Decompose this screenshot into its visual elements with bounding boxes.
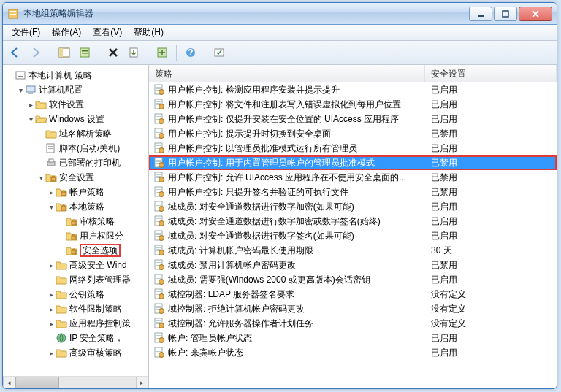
policy-row[interactable]: 用户帐户控制: 只提升签名并验证的可执行文件已禁用 <box>149 185 557 199</box>
svg-rect-38 <box>156 101 161 102</box>
expander-icon[interactable]: ▸ <box>47 349 56 357</box>
expander-icon[interactable]: ▸ <box>47 261 56 269</box>
export-button[interactable] <box>124 43 143 62</box>
scroll-right-arrow[interactable]: ▸ <box>136 377 148 388</box>
delete-button[interactable] <box>104 43 123 62</box>
expander-icon[interactable]: ▸ <box>26 101 35 109</box>
menu-action[interactable]: 操作(A) <box>46 25 87 40</box>
tree-icon <box>56 186 67 198</box>
menu-view[interactable]: 查看(V) <box>87 25 128 40</box>
svg-rect-103 <box>156 291 161 292</box>
maximize-button[interactable] <box>494 7 517 21</box>
forward-button[interactable] <box>26 43 45 62</box>
policy-row[interactable]: 用户帐户控制: 用于内置管理员帐户的管理员批准模式已禁用 <box>149 155 557 170</box>
back-button[interactable] <box>6 43 25 62</box>
svg-rect-33 <box>156 87 161 88</box>
close-button[interactable] <box>519 7 552 21</box>
svg-rect-49 <box>156 132 161 133</box>
list-header[interactable]: 策略 安全设置 <box>149 65 557 82</box>
tree-item[interactable]: ▾安全设置 <box>3 170 148 185</box>
policy-row[interactable]: 用户帐户控制: 以管理员批准模式运行所有管理员已启用 <box>149 141 557 155</box>
titlebar[interactable]: 本地组策略编辑器 <box>3 3 557 25</box>
svg-rect-83 <box>156 233 161 234</box>
policy-row[interactable]: 域成员: 计算机帐户密码最长使用期限30 天 <box>149 243 557 258</box>
policy-row[interactable]: 域成员: 对安全通道数据进行数字加密(如果可能)已启用 <box>149 199 557 214</box>
tree-item[interactable]: ▸高级安全 Wind <box>3 258 148 272</box>
svg-point-56 <box>159 148 164 153</box>
policy-row[interactable]: 用户帐户控制: 仅提升安装在安全位置的 UIAccess 应用程序已启用 <box>149 112 557 126</box>
tree-view[interactable]: 本地计算机 策略▾计算机配置▸软件设置▾Windows 设置域名解析策略脚本(启… <box>3 65 148 376</box>
column-setting[interactable]: 安全设置 <box>425 65 557 82</box>
tree-icon <box>56 274 67 285</box>
tree-item[interactable]: IP 安全策略， <box>3 331 148 345</box>
policy-row[interactable]: 域成员: 禁用计算机帐户密码更改已禁用 <box>149 258 557 272</box>
policy-row[interactable]: 用户帐户控制: 检测应用程序安装并提示提升已启用 <box>149 82 557 97</box>
expander-icon[interactable]: ▾ <box>37 174 45 182</box>
policy-row[interactable]: 用户帐户控制: 将文件和注册表写入错误虚拟化到每用户位置已启用 <box>149 97 557 112</box>
scroll-thumb[interactable] <box>15 377 59 388</box>
show-hide-tree-button[interactable] <box>55 43 74 62</box>
expander-icon[interactable]: ▸ <box>47 291 56 299</box>
policy-list[interactable]: 用户帐户控制: 检测应用程序安装并提示提升已启用用户帐户控制: 将文件和注册表写… <box>149 82 557 388</box>
properties-button[interactable] <box>75 43 94 62</box>
expander-icon[interactable]: ▸ <box>47 320 56 328</box>
policy-row[interactable]: 帐户: 管理员帐户状态已启用 <box>149 331 557 345</box>
policy-row[interactable]: 用户帐户控制: 允许 UIAccess 应用程序在不使用安全桌面的...已禁用 <box>149 170 557 185</box>
action-button[interactable] <box>210 43 229 62</box>
svg-rect-114 <box>156 322 161 323</box>
tree-item[interactable]: ▾本地策略 <box>3 199 148 214</box>
column-policy[interactable]: 策略 <box>149 65 425 82</box>
separator <box>148 45 148 61</box>
tree-item[interactable]: 用户权限分 <box>3 228 148 243</box>
minimize-button[interactable] <box>469 7 492 21</box>
policy-row[interactable]: 帐户: 来宾帐户状态已启用 <box>149 345 557 360</box>
tree-item[interactable]: 脚本(启动/关机) <box>3 141 148 155</box>
svg-point-111 <box>159 309 164 314</box>
policy-row[interactable]: 域控制器: 拒绝计算机帐户密码更改没有定义 <box>149 301 557 316</box>
separator <box>176 45 177 61</box>
svg-rect-123 <box>156 350 161 350</box>
policy-row[interactable]: 域成员: 对安全通道数据进行数字签名(如果可能)已启用 <box>149 228 557 243</box>
tree-item[interactable]: 安全选项 <box>3 243 148 258</box>
tree-label: 审核策略 <box>80 215 115 228</box>
tree-item[interactable]: ▸应用程序控制策 <box>3 316 148 331</box>
tree-label: 应用程序控制策 <box>69 318 131 330</box>
expander-icon[interactable]: ▾ <box>16 86 25 94</box>
policy-row[interactable]: 域成员: 需要强(Windows 2000 或更高版本)会话密钥已启用 <box>149 272 557 287</box>
tree-item[interactable]: ▸软件限制策略 <box>3 301 148 316</box>
tree-item[interactable]: 已部署的打印机 <box>3 155 148 170</box>
tree-item[interactable]: 网络列表管理器 <box>3 272 148 287</box>
scroll-left-arrow[interactable]: ◂ <box>3 377 15 388</box>
policy-name: 域控制器: 拒绝计算机帐户密码更改 <box>168 303 305 315</box>
svg-rect-30 <box>72 250 76 254</box>
expander-icon[interactable]: ▸ <box>47 305 56 313</box>
tree-item[interactable]: ▸软件设置 <box>3 97 148 112</box>
menu-help[interactable]: 帮助(H) <box>128 25 169 40</box>
policy-row[interactable]: 域控制器: 允许服务器操作者计划任务没有定义 <box>149 316 557 331</box>
tree-item[interactable]: 域名解析策略 <box>3 126 148 141</box>
tree-item[interactable]: ▸帐户策略 <box>3 185 148 199</box>
svg-rect-68 <box>156 189 161 190</box>
help-button[interactable]: ? <box>181 43 200 62</box>
policy-name: 域成员: 需要强(Windows 2000 或更高版本)会话密钥 <box>168 274 370 286</box>
tree-label: 高级安全 Wind <box>69 259 127 272</box>
policy-row[interactable]: 域成员: 对安全通道数据进行数字加密或数字签名(始终)已启用 <box>149 214 557 228</box>
expander-icon[interactable]: ▾ <box>26 115 35 123</box>
tree-item[interactable]: ▸公钥策略 <box>3 287 148 301</box>
policy-row[interactable]: 域控制器: LDAP 服务器签名要求没有定义 <box>149 287 557 301</box>
policy-name: 域成员: 对安全通道数据进行数字加密或数字签名(始终) <box>168 215 381 228</box>
tree-label: 本地策略 <box>69 201 104 213</box>
policy-name: 域成员: 对安全通道数据进行数字签名(如果可能) <box>168 230 354 242</box>
expander-icon[interactable]: ▾ <box>47 203 56 211</box>
policy-row[interactable]: 用户帐户控制: 提示提升时切换到安全桌面已禁用 <box>149 126 557 141</box>
tree-item[interactable]: 审核策略 <box>3 214 148 228</box>
expander-icon[interactable]: ▸ <box>47 188 56 196</box>
menu-file[interactable]: 文件(F) <box>6 25 46 40</box>
tree-item[interactable]: ▸高级审核策略 <box>3 345 148 360</box>
tree-item[interactable]: ▾Windows 设置 <box>3 112 148 126</box>
refresh-button[interactable] <box>153 43 172 62</box>
horizontal-scrollbar[interactable]: ◂ ▸ <box>3 376 148 388</box>
tree-item[interactable]: 本地计算机 策略 <box>3 68 148 82</box>
tree-item[interactable]: ▾计算机配置 <box>3 82 148 97</box>
tree-icon <box>66 230 77 242</box>
